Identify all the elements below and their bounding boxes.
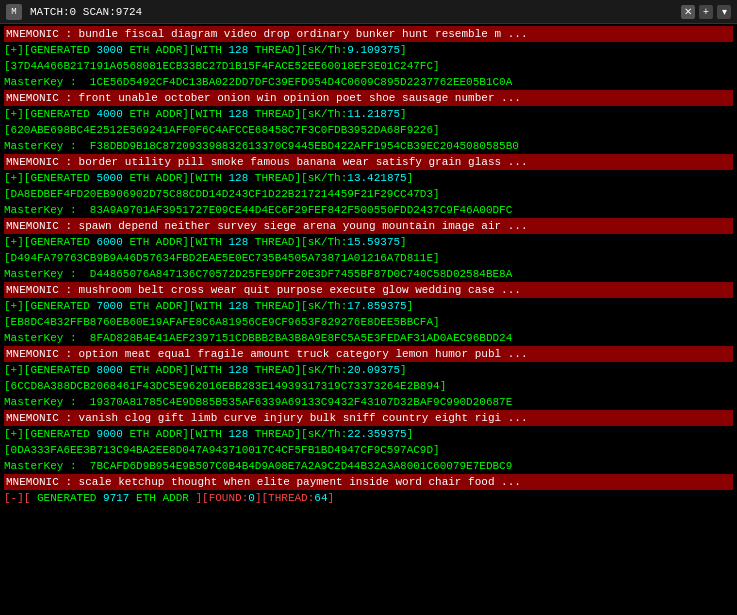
line-7: MasterKey : F38DBD9B18C87209339883261337… bbox=[4, 138, 733, 154]
title-bar-text: MATCH:0 SCAN:9724 bbox=[30, 6, 673, 18]
line-20: MNEMONIC : option meat equal fragile amo… bbox=[4, 346, 733, 362]
line-6: [620ABE698BC4E2512E569241AFF0F6C4AFCCE68… bbox=[4, 122, 733, 138]
line-24: MNEMONIC : vanish clog gift limb curve i… bbox=[4, 410, 733, 426]
line-14: [D494FA79763CB9B9A46D57634FBD2EAE5E0EC73… bbox=[4, 250, 733, 266]
line-11: MasterKey : 83A9A9701AF3951727E09CE44D4E… bbox=[4, 202, 733, 218]
line-9: [+][GENERATED 5000 ETH ADDR][WITH 128 TH… bbox=[4, 170, 733, 186]
line-22: [6CCD8A388DCB2068461F43DC5E962016EBB283E… bbox=[4, 378, 733, 394]
line-13: [+][GENERATED 6000 ETH ADDR][WITH 128 TH… bbox=[4, 234, 733, 250]
title-bar: M MATCH:0 SCAN:9724 ✕ + ▾ bbox=[0, 0, 737, 24]
app-icon: M bbox=[6, 4, 22, 20]
main-content: MNEMONIC : bundle fiscal diagram video d… bbox=[0, 24, 737, 615]
line-16: MNEMONIC : mushroom belt cross wear quit… bbox=[4, 282, 733, 298]
caret-button[interactable]: ▾ bbox=[717, 5, 731, 19]
line-15: MasterKey : D44865076A847136C70572D25FE9… bbox=[4, 266, 733, 282]
line-3: MasterKey : 1CE56D5492CF4DC13BA022DD7DFC… bbox=[4, 74, 733, 90]
line-10: [DA8EDBEF4FD20EB906902D75C88CDD14D243CF1… bbox=[4, 186, 733, 202]
line-0: MNEMONIC : bundle fiscal diagram video d… bbox=[4, 26, 733, 42]
line-12: MNEMONIC : spawn depend neither survey s… bbox=[4, 218, 733, 234]
line-23: MasterKey : 19370A81785C4E9DB85B535AF633… bbox=[4, 394, 733, 410]
line-8: MNEMONIC : border utility pill smoke fam… bbox=[4, 154, 733, 170]
line-27: MasterKey : 7BCAFD6D9B954E9B507C0B4B4D9A… bbox=[4, 458, 733, 474]
line-4: MNEMONIC : front unable october onion wi… bbox=[4, 90, 733, 106]
line-26: [0DA333FA6EE3B713C94BA2EE8D047A943710017… bbox=[4, 442, 733, 458]
title-bar-buttons: ✕ + ▾ bbox=[681, 5, 731, 19]
line-28: MNEMONIC : scale ketchup thought when el… bbox=[4, 474, 733, 490]
line-1: [+][GENERATED 3000 ETH ADDR][WITH 128 TH… bbox=[4, 42, 733, 58]
line-21: [+][GENERATED 8000 ETH ADDR][WITH 128 TH… bbox=[4, 362, 733, 378]
line-29: [-][ GENERATED 9717 ETH ADDR ][FOUND:0][… bbox=[4, 490, 733, 506]
line-19: MasterKey : 8FAD828B4E41AEF2397151CDBBB2… bbox=[4, 330, 733, 346]
plus-button[interactable]: + bbox=[699, 5, 713, 19]
line-5: [+][GENERATED 4000 ETH ADDR][WITH 128 TH… bbox=[4, 106, 733, 122]
line-18: [EB8DC4B32FFB8760EB60E19AFAFE8C6A81956CE… bbox=[4, 314, 733, 330]
line-17: [+][GENERATED 7000 ETH ADDR][WITH 128 TH… bbox=[4, 298, 733, 314]
line-2: [37D4A466B217191A6568081ECB33BC27D1B15F4… bbox=[4, 58, 733, 74]
close-button[interactable]: ✕ bbox=[681, 5, 695, 19]
line-25: [+][GENERATED 9000 ETH ADDR][WITH 128 TH… bbox=[4, 426, 733, 442]
